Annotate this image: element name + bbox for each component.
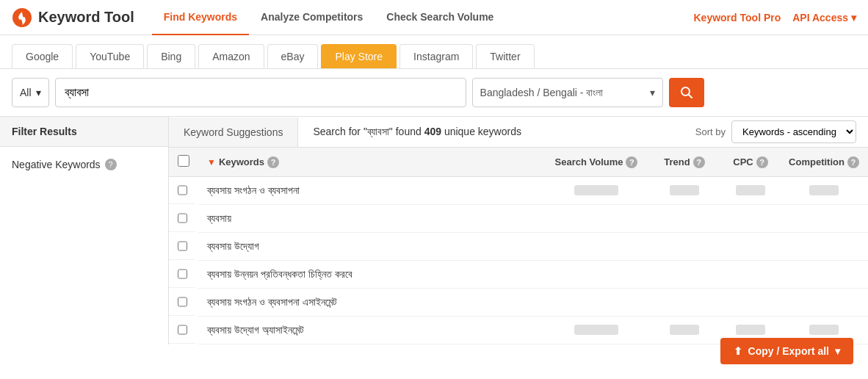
th-competition: Competition ? <box>780 148 868 177</box>
tab-amazon[interactable]: Amazon <box>198 44 264 68</box>
chevron-down-icon: ▾ <box>851 12 856 24</box>
volume-blurred <box>574 325 618 335</box>
competition-help-icon[interactable]: ? <box>847 156 859 168</box>
tab-google[interactable]: Google <box>12 44 73 68</box>
search-volume-help-icon[interactable]: ? <box>626 156 637 168</box>
tab-bing[interactable]: Bing <box>147 44 195 68</box>
th-cpc: CPC ? <box>721 148 780 177</box>
th-search-volume: Search Volume ? <box>545 148 648 177</box>
sort-select[interactable]: Keywords - ascending <box>731 120 856 143</box>
summary-prefix: Search for "ব্যাবসা" found <box>313 126 424 137</box>
row-checkbox[interactable] <box>178 240 187 252</box>
trend-blurred <box>670 185 699 195</box>
keywords-table: ▼ Keywords ? Search Volume ? Trend <box>169 148 868 344</box>
negative-keywords-section: Negative Keywords ? <box>0 147 168 182</box>
keyword-text: ব্যবসায় উদ্যোগ অ্যাসাইনমেন্ট <box>207 324 304 336</box>
chevron-down-icon: ▾ <box>36 87 41 98</box>
select-all-checkbox[interactable] <box>178 155 189 167</box>
cpc-blurred <box>736 185 765 195</box>
location-select[interactable]: Bangladesh / Bengali - বাংলা ▾ <box>472 78 663 107</box>
nav-api-access[interactable]: API Access ▾ <box>792 12 856 24</box>
th-trend: Trend ? <box>648 148 721 177</box>
table-header: ▼ Keywords ? Search Volume ? Trend <box>169 148 868 177</box>
summary-suffix: unique keywords <box>441 126 521 137</box>
nav-right: Keyword Tool Pro API Access ▾ <box>694 12 857 24</box>
table-row: ব্যবসায় <box>169 205 868 233</box>
nav-analyze-competitors[interactable]: Analyze Competitors <box>249 0 375 35</box>
nav-find-keywords[interactable]: Find Keywords <box>152 0 249 35</box>
sort-label: Sort by <box>695 126 726 137</box>
search-type-label: All <box>20 87 32 98</box>
cpc-blurred <box>736 325 765 335</box>
nav-keyword-tool-pro[interactable]: Keyword Tool Pro <box>694 12 781 24</box>
keywords-help-icon[interactable]: ? <box>267 156 279 168</box>
logo-text: Keyword Tool <box>38 9 134 26</box>
search-button[interactable] <box>669 78 704 107</box>
keyword-text: ব্যবসায় উদ্যোগ <box>207 240 259 252</box>
keyword-text: ব্যবসায় <box>207 212 231 224</box>
copy-export-button[interactable]: ⬆ Copy / Export all ▾ <box>720 338 853 344</box>
nav-check-search-volume[interactable]: Check Search Volume <box>375 0 505 35</box>
sidebar: Filter Results Negative Keywords ? <box>0 117 169 344</box>
results-header: Keyword Suggestions Search for "ব্যাবসা"… <box>169 117 868 148</box>
th-checkbox <box>169 148 198 177</box>
filter-results-header: Filter Results <box>0 117 168 147</box>
trend-blurred <box>670 325 699 335</box>
tab-instagram[interactable]: Instagram <box>399 44 473 68</box>
chevron-down-icon: ▾ <box>650 87 655 98</box>
tab-youtube[interactable]: YouTube <box>76 44 144 68</box>
tab-twitter[interactable]: Twitter <box>476 44 534 68</box>
platform-tabs: Google YouTube Bing Amazon eBay Play Sto… <box>0 35 868 69</box>
tab-keyword-suggestions[interactable]: Keyword Suggestions <box>169 118 298 147</box>
keyword-text: ব্যবসায় সংগঠন ও ব্যবসাপনা এসাইনমেন্ট <box>207 296 337 308</box>
nav-links: Find Keywords Analyze Competitors Check … <box>152 0 694 35</box>
logo[interactable]: Keyword Tool <box>12 7 134 28</box>
main-content: Filter Results Negative Keywords ? Keywo… <box>0 117 868 344</box>
trend-help-icon[interactable]: ? <box>693 156 705 168</box>
search-bar: All ▾ Bangladesh / Bengali - বাংলা ▾ <box>0 69 868 117</box>
table-row: ব্যবসায় সংগঠন ও ব্যবসাপনা এসাইনমেন্ট <box>169 289 868 317</box>
keyword-text: ব্যবসায় সংগঠন ও ব্যবসাপনা <box>207 184 300 196</box>
row-checkbox[interactable] <box>178 324 187 336</box>
tab-ebay[interactable]: eBay <box>267 44 319 68</box>
search-type-select[interactable]: All ▾ <box>12 78 49 107</box>
th-keywords: ▼ Keywords ? <box>198 148 545 177</box>
location-label: Bangladesh / Bengali - বাংলা <box>480 87 604 99</box>
table-row: ব্যবসায় সংগঠন ও ব্যবসাপনা <box>169 177 868 205</box>
svg-line-2 <box>688 95 692 98</box>
table-row: ব্যবসায় উদ্যোগ <box>169 233 868 261</box>
search-icon <box>679 85 694 100</box>
table-body: ব্যবসায় সংগঠন ও ব্যবসাপনা ব্যবসায় <box>169 177 868 344</box>
top-nav: Keyword Tool Find Keywords Analyze Compe… <box>0 0 868 35</box>
table-row: ব্যবসায় উন্নয়ন প্রতিবন্ধকতা চিহ্নিত কর… <box>169 261 868 289</box>
results-area: Keyword Suggestions Search for "ব্যাবসা"… <box>169 117 868 344</box>
competition-blurred <box>809 185 839 195</box>
row-checkbox[interactable] <box>178 296 187 308</box>
competition-blurred <box>809 325 839 335</box>
volume-blurred <box>574 185 618 195</box>
cpc-help-icon[interactable]: ? <box>756 156 768 168</box>
results-summary: Search for "ব্যাবসা" found 409 unique ke… <box>298 117 695 147</box>
negative-keywords-help-icon[interactable]: ? <box>105 159 117 170</box>
row-checkbox[interactable] <box>178 184 187 196</box>
row-checkbox[interactable] <box>178 268 187 280</box>
search-input[interactable] <box>55 78 466 107</box>
keyword-text: ব্যবসায় উন্নয়ন প্রতিবন্ধকতা চিহ্নিত কর… <box>207 268 352 280</box>
tab-play-store[interactable]: Play Store <box>321 44 397 68</box>
sort-arrow-icon: ▼ <box>207 157 216 167</box>
logo-flame-icon <box>12 7 32 28</box>
negative-keywords-label: Negative Keywords <box>12 159 101 170</box>
row-checkbox[interactable] <box>178 212 187 224</box>
summary-count: 409 <box>424 126 441 137</box>
